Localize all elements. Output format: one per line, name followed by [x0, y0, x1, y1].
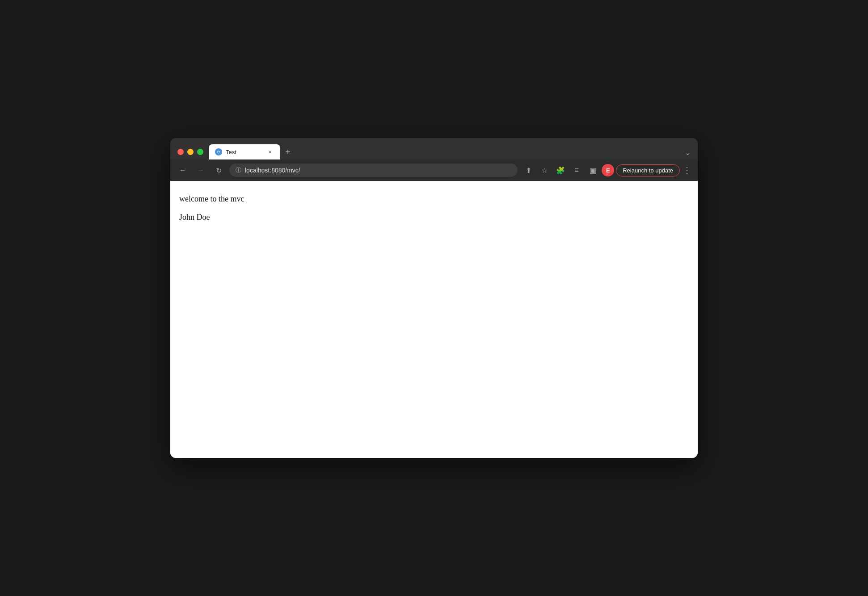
tab-close-button[interactable]: × [266, 148, 274, 156]
share-button[interactable]: ⬆ [521, 163, 535, 177]
share-icon: ⬆ [526, 166, 531, 175]
maximize-button[interactable] [197, 149, 203, 155]
page-content: welcome to the mvc John Doe [170, 181, 698, 458]
back-icon: ← [179, 166, 186, 174]
reload-button[interactable]: ↻ [211, 163, 226, 177]
bookmark-button[interactable]: ☆ [537, 163, 552, 177]
active-tab[interactable]: Test × [209, 144, 280, 159]
browser-window: Test × + ⌄ ← → ↻ ⓘ localhost:8080/mvc/ ⬆… [170, 138, 698, 458]
reading-list-icon: ≡ [575, 166, 579, 174]
url-display: localhost:8080/mvc/ [245, 167, 511, 174]
tabs-area: Test × + ⌄ [209, 144, 691, 159]
tab-dropdown-button[interactable]: ⌄ [685, 148, 691, 157]
forward-button[interactable]: → [194, 163, 208, 177]
relaunch-button[interactable]: Relaunch to update [616, 164, 680, 176]
title-bar: Test × + ⌄ [170, 138, 698, 159]
sidebar-button[interactable]: ▣ [586, 163, 600, 177]
reading-list-button[interactable]: ≡ [569, 163, 584, 177]
bookmark-icon: ☆ [541, 166, 548, 175]
new-tab-button[interactable]: + [281, 145, 295, 159]
name-text: John Doe [179, 213, 689, 222]
extensions-button[interactable]: 🧩 [553, 163, 568, 177]
toolbar-icons: ⬆ ☆ 🧩 ≡ ▣ E Relaunch to update ⋮ [521, 163, 692, 177]
tab-title: Test [226, 149, 262, 155]
welcome-text: welcome to the mvc [179, 194, 689, 204]
tab-favicon [215, 148, 222, 155]
more-icon: ⋮ [683, 165, 691, 175]
more-options-button[interactable]: ⋮ [682, 165, 692, 176]
sidebar-icon: ▣ [590, 166, 596, 175]
reload-icon: ↻ [216, 166, 222, 175]
window-controls [177, 149, 203, 155]
back-button[interactable]: ← [176, 163, 190, 177]
extensions-icon: 🧩 [556, 166, 565, 175]
security-icon: ⓘ [236, 166, 241, 174]
nav-bar: ← → ↻ ⓘ localhost:8080/mvc/ ⬆ ☆ 🧩 ≡ [170, 159, 698, 181]
forward-icon: → [197, 166, 204, 174]
profile-avatar[interactable]: E [602, 164, 614, 176]
minimize-button[interactable] [187, 149, 194, 155]
close-button[interactable] [177, 149, 184, 155]
address-bar[interactable]: ⓘ localhost:8080/mvc/ [229, 164, 518, 177]
